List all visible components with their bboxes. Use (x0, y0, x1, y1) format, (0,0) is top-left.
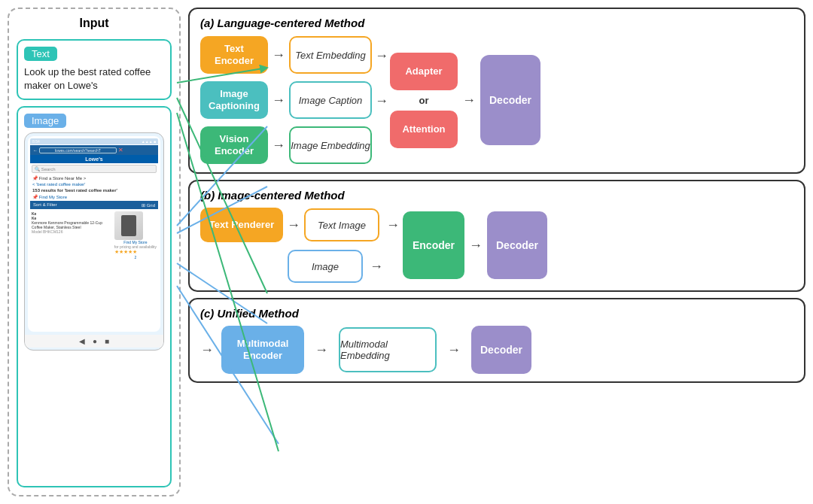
arrow-to-adapter: → (375, 48, 388, 64)
text-badge: Text (24, 47, 57, 61)
section-b-title: (b) Image-centered Method (200, 189, 793, 202)
decoder-a-node: Decoder (480, 55, 540, 145)
text-renderer-node: Text Renderer (200, 208, 283, 242)
input-title: Input (17, 17, 172, 30)
arrow-to-or: → (375, 93, 388, 109)
text-content: Look up the best rated coffee maker on L… (24, 65, 164, 93)
image-node-b: Image (288, 250, 363, 283)
adapter-node: Adapter (390, 53, 458, 90)
arrow-b2: → (386, 217, 400, 233)
image-embedding-node: Image Embedding (289, 126, 372, 164)
arrow2: → (272, 93, 285, 108)
arrow1: → (272, 47, 285, 63)
or-label: or (419, 95, 429, 106)
image-badge: Image (24, 114, 66, 128)
text-section: Text Look up the best rated coffee maker… (17, 39, 172, 100)
section-c-title: (c) Unified Method (200, 307, 793, 320)
arrow-to-decoder-a: → (462, 93, 476, 108)
multimodal-embedding-node: Multimodal Embedding (339, 327, 437, 372)
section-c-box: (c) Unified Method → Multimodal Encoder … (188, 298, 805, 383)
main-container: Input Text Look up the best rated coffee… (0, 0, 813, 504)
arrow-c1: → (315, 342, 328, 358)
multimodal-encoder-node: Multimodal Encoder (221, 326, 304, 374)
text-embedding-node: Text Embedding (289, 36, 372, 74)
section-a-title: (a) Language-centered Method (200, 17, 793, 29)
phone-screen: 8:54 ▲▲▲ ■ ← lowes.com/search?searchT ✕ … (28, 136, 160, 332)
section-c-row: → Multimodal Encoder → Multimodal Embedd… (200, 326, 793, 374)
arrow-b3: → (370, 259, 383, 275)
phone-nav-bar: ◀ ● ■ (25, 335, 163, 348)
arrow-b1: → (287, 217, 300, 233)
text-encoder-node: Text Encoder (200, 36, 268, 74)
arrow-c-in: → (200, 342, 214, 358)
encoder-b-node: Encoder (403, 211, 464, 279)
phone-mockup: 8:54 ▲▲▲ ■ ← lowes.com/search?searchT ✕ … (24, 132, 164, 351)
left-panel: Input Text Look up the best rated coffee… (8, 8, 181, 496)
image-caption-node: Image Caption (289, 81, 372, 119)
section-b-box: (b) Image-centered Method Text Renderer … (188, 180, 805, 292)
decoder-c-node: Decoder (471, 326, 531, 374)
arrow-b4: → (469, 238, 483, 254)
arrow3: → (272, 138, 285, 153)
arrow-c2: → (447, 342, 461, 358)
decoder-b-node: Decoder (487, 211, 547, 279)
attention-node: Attention (390, 111, 458, 148)
vision-encoder-node: Vision Encoder (200, 126, 268, 164)
image-captioning-node: Image Captioning (200, 81, 268, 119)
right-panel: (a) Language-centered Method Text Encode… (188, 8, 805, 496)
section-a-box: (a) Language-centered Method Text Encode… (188, 8, 805, 174)
image-section: Image 8:54 ▲▲▲ ■ ← lowes.com/search?sear… (17, 106, 172, 487)
text-image-node: Text Image (304, 208, 379, 241)
